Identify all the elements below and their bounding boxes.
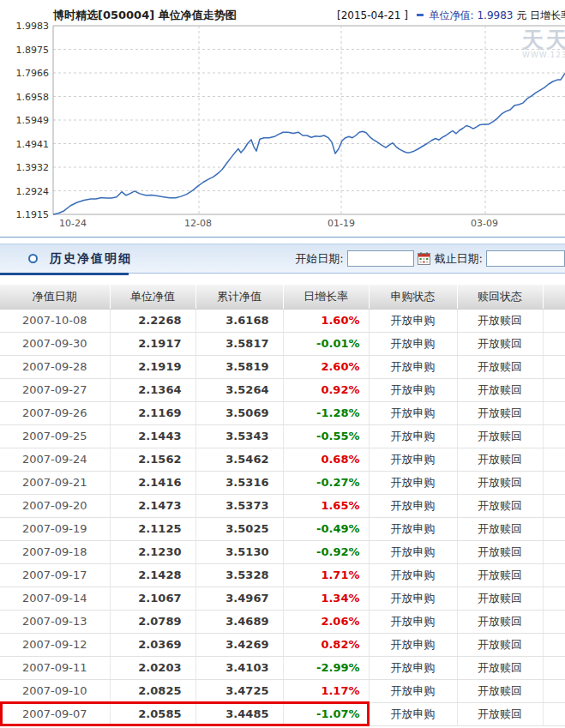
cell-cumulative-nav: 3.4725: [195, 679, 283, 702]
svg-text:01-19: 01-19: [328, 218, 355, 229]
cell-purchase-status: 开放申购: [369, 517, 457, 540]
cell-redeem-status: 开放赎回: [457, 540, 543, 563]
svg-text:1.9983: 1.9983: [16, 21, 50, 32]
table-row: 2007-09-192.11253.5025-0.49%开放申购开放赎回: [0, 517, 565, 540]
col-header-empty: [543, 285, 565, 309]
cell-redeem-status: 开放赎回: [457, 332, 543, 355]
end-date-label: 截止日期:: [435, 251, 483, 267]
cell-empty: [543, 378, 565, 401]
cell-cumulative-nav: 3.5462: [195, 448, 283, 471]
cell-daily-growth: 1.17%: [283, 679, 369, 702]
cell-daily-growth: 0.92%: [283, 378, 369, 401]
cell-purchase-status: 开放申购: [369, 587, 457, 610]
col-header-1: 单位净值: [110, 285, 195, 309]
cell-daily-growth: 0.68%: [283, 448, 369, 471]
cell-nav-date: 2007-09-26: [0, 401, 110, 424]
cell-redeem-status: 开放赎回: [457, 633, 543, 656]
calendar-icon[interactable]: [418, 252, 430, 265]
cell-unit-nav: 2.1443: [110, 424, 195, 448]
cell-unit-nav: 2.1364: [110, 378, 195, 401]
svg-text:10-24: 10-24: [59, 218, 87, 229]
legend-growth-label: 日增长率:: [530, 9, 565, 21]
cell-unit-nav: 2.1230: [110, 540, 195, 563]
cell-daily-growth: -0.49%: [283, 517, 369, 540]
section-bullet-icon: [28, 254, 38, 263]
cell-purchase-status: 开放申购: [369, 563, 457, 587]
history-nav-table: 净值日期单位净值累计净值日增长率申购状态赎回状态 2007-10-082.226…: [0, 285, 565, 726]
cell-empty: [543, 401, 565, 424]
history-section-bar: 历史净值明细 开始日期: 截止日期:: [0, 244, 565, 273]
cell-redeem-status: 开放赎回: [457, 517, 543, 540]
cell-unit-nav: 2.1169: [110, 401, 195, 424]
cell-nav-date: 2007-09-18: [0, 540, 110, 563]
cell-purchase-status: 开放申购: [369, 378, 457, 401]
table-row: 2007-09-272.13643.52640.92%开放申购开放赎回: [0, 378, 565, 401]
cell-empty: [543, 332, 565, 355]
cell-cumulative-nav: 3.5373: [195, 494, 283, 517]
table-row: 2007-09-202.14733.53731.65%开放申购开放赎回: [0, 494, 565, 517]
cell-nav-date: 2007-09-14: [0, 587, 110, 610]
cell-purchase-status: 开放申购: [369, 424, 457, 448]
svg-text:1.8975: 1.8975: [16, 45, 50, 56]
nav-trend-chart-panel: 博时精选[050004] 单位净值走势图 [2015-04-21 ] 单位净值:…: [0, 0, 565, 238]
cell-purchase-status: 开放申购: [369, 656, 457, 679]
svg-text:12-08: 12-08: [184, 218, 212, 229]
cell-unit-nav: 2.1919: [110, 355, 195, 378]
cell-cumulative-nav: 3.5316: [195, 471, 283, 494]
cell-unit-nav: 2.0369: [110, 633, 195, 656]
cell-unit-nav: 2.1917: [110, 332, 195, 355]
cell-cumulative-nav: 3.4967: [195, 587, 283, 610]
chart-legend: [2015-04-21 ] 单位净值: 1.9983 元 日增长率: 3.6: [337, 9, 565, 23]
cell-cumulative-nav: 3.5264: [195, 378, 283, 401]
start-date-input[interactable]: [347, 250, 414, 267]
cell-redeem-status: 开放赎回: [457, 679, 543, 702]
start-date-label: 开始日期:: [295, 251, 343, 267]
legend-unit-value: 1.9983: [477, 9, 516, 21]
cell-purchase-status: 开放申购: [369, 355, 457, 378]
col-header-0: 净值日期: [0, 285, 110, 309]
cell-empty: [543, 448, 565, 471]
end-date-input[interactable]: [486, 250, 565, 267]
legend-date: [2015-04-21 ]: [337, 9, 408, 21]
cell-cumulative-nav: 3.4103: [195, 656, 283, 679]
table-row: 2007-09-252.14433.5343-0.55%开放申购开放赎回: [0, 424, 565, 448]
cell-nav-date: 2007-09-30: [0, 332, 110, 355]
nav-line-chart: 1.99831.89751.79661.69581.59491.49411.39…: [0, 0, 565, 238]
cell-purchase-status: 开放申购: [369, 633, 457, 656]
cell-nav-date: 2007-09-21: [0, 471, 110, 494]
svg-text:1.5949: 1.5949: [16, 115, 50, 126]
table-row: 2007-09-112.02033.4103-2.99%开放申购开放赎回: [0, 656, 565, 679]
cell-redeem-status: 开放赎回: [457, 424, 543, 448]
cell-empty: [543, 656, 565, 679]
cell-daily-growth: -1.07%: [283, 702, 369, 725]
cell-empty: [543, 679, 565, 702]
cell-nav-date: 2007-09-25: [0, 424, 110, 448]
cell-redeem-status: 开放赎回: [457, 448, 543, 471]
table-row: 2007-09-182.12303.5130-0.92%开放申购开放赎回: [0, 540, 565, 563]
table-row: 2007-09-102.08253.47251.17%开放申购开放赎回: [0, 679, 565, 702]
cell-purchase-status: 开放申购: [369, 332, 457, 355]
cell-cumulative-nav: 3.5069: [195, 401, 283, 424]
cell-nav-date: 2007-09-24: [0, 448, 110, 471]
cell-cumulative-nav: 3.5817: [195, 332, 283, 355]
cell-cumulative-nav: 3.5025: [195, 517, 283, 540]
legend-series-marker-icon: [417, 14, 424, 16]
cell-cumulative-nav: 3.4269: [195, 633, 283, 656]
cell-redeem-status: 开放赎回: [457, 702, 543, 725]
cell-empty: [543, 702, 565, 725]
table-row: 2007-09-302.19173.5817-0.01%开放申购开放赎回: [0, 332, 565, 355]
cell-empty: [543, 633, 565, 656]
cell-purchase-status: 开放申购: [369, 702, 457, 725]
cell-purchase-status: 开放申购: [369, 471, 457, 494]
cell-empty: [543, 517, 565, 540]
legend-unit-label: 单位净值:: [430, 9, 474, 21]
cell-empty: [543, 610, 565, 633]
cell-daily-growth: -1.28%: [283, 401, 369, 424]
table-row: 2007-09-262.11693.5069-1.28%开放申购开放赎回: [0, 401, 565, 424]
cell-daily-growth: 1.60%: [283, 309, 369, 332]
cell-daily-growth: -0.92%: [283, 540, 369, 563]
cell-redeem-status: 开放赎回: [457, 471, 543, 494]
cell-unit-nav: 2.0825: [110, 679, 195, 702]
cell-cumulative-nav: 3.5343: [195, 424, 283, 448]
svg-text:03-09: 03-09: [471, 218, 498, 229]
